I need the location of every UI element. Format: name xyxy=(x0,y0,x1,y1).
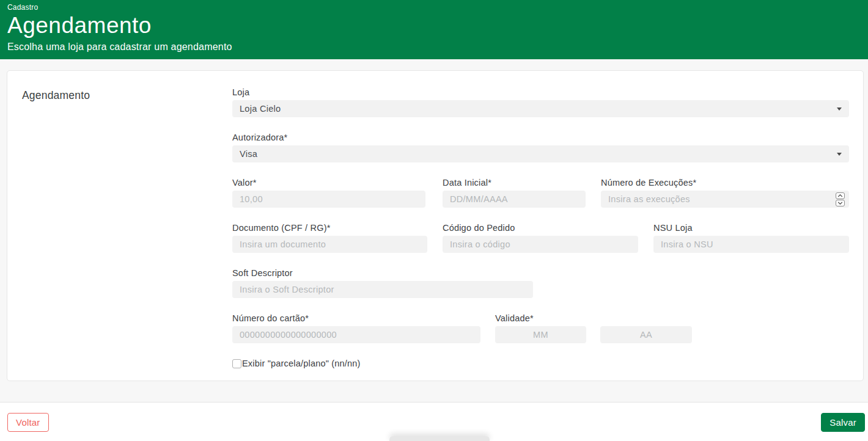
soft-descriptor-label: Soft Descriptor xyxy=(232,268,533,278)
validade-aa-input[interactable] xyxy=(600,326,692,343)
autorizadora-selected-value: Visa xyxy=(240,149,257,159)
chevron-down-icon xyxy=(837,202,843,205)
caret-down-icon xyxy=(837,153,842,156)
bottom-sheet-handle[interactable] xyxy=(389,436,490,441)
autorizadora-select[interactable]: Visa xyxy=(232,145,849,162)
section-title: Agendamento xyxy=(22,89,232,102)
data-inicial-label: Data Inicial* xyxy=(443,178,586,188)
agendamento-page: Cadastro Agendamento Escolha uma loja pa… xyxy=(0,0,868,441)
agendamento-card: Agendamento Loja Loja Cielo xyxy=(7,70,864,381)
stepper-increment-button[interactable] xyxy=(836,192,845,199)
footer-action-bar: Voltar Salvar xyxy=(0,402,868,441)
breadcrumb: Cadastro xyxy=(7,3,861,12)
content-area: Agendamento Loja Loja Cielo xyxy=(0,59,868,402)
valor-label: Valor* xyxy=(232,178,425,188)
codigo-pedido-label: Código do Pedido xyxy=(443,223,638,233)
loja-label: Loja xyxy=(232,87,849,97)
card-left-column: Agendamento xyxy=(7,71,232,381)
stepper-decrement-button[interactable] xyxy=(836,200,845,206)
page-header: Cadastro Agendamento Escolha uma loja pa… xyxy=(0,0,868,59)
parcela-plano-checkbox[interactable] xyxy=(232,359,241,368)
autorizadora-label: Autorizadora* xyxy=(232,133,849,142)
voltar-button[interactable]: Voltar xyxy=(7,413,49,432)
validade-label: Validade* xyxy=(495,313,692,323)
soft-descriptor-input[interactable] xyxy=(232,281,533,298)
page-title: Agendamento xyxy=(7,13,861,38)
valor-input[interactable] xyxy=(232,191,425,208)
loja-select[interactable]: Loja Cielo xyxy=(232,100,849,117)
execucoes-input[interactable] xyxy=(601,191,849,208)
validade-mm-input[interactable] xyxy=(495,326,586,343)
numero-cartao-label: Número do cartão* xyxy=(232,313,480,323)
documento-label: Documento (CPF / RG)* xyxy=(232,223,427,233)
agendamento-form: Loja Loja Cielo Autorizadora* Visa xyxy=(232,71,863,381)
loja-selected-value: Loja Cielo xyxy=(240,104,281,114)
documento-input[interactable] xyxy=(232,236,427,253)
numero-cartao-input[interactable] xyxy=(232,326,480,343)
execucoes-stepper xyxy=(836,192,845,206)
salvar-button[interactable]: Salvar xyxy=(821,413,865,432)
nsu-loja-label: NSU Loja xyxy=(653,223,849,233)
chevron-up-icon xyxy=(837,194,843,197)
parcela-plano-label: Exibir "parcela/plano" (nn/nn) xyxy=(242,359,361,368)
data-inicial-input[interactable] xyxy=(443,191,586,208)
codigo-pedido-input[interactable] xyxy=(443,236,638,253)
execucoes-label: Número de Execuções* xyxy=(601,178,849,188)
page-subtitle: Escolha uma loja para cadastrar um agend… xyxy=(7,42,861,53)
nsu-loja-input[interactable] xyxy=(653,236,849,253)
caret-down-icon xyxy=(837,108,842,111)
